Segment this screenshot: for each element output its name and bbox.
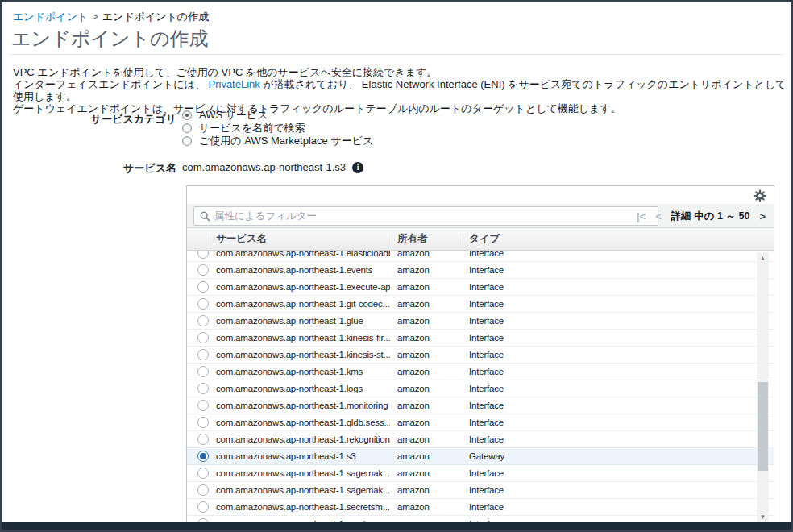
row-radio[interactable] [197, 366, 209, 377]
table-row[interactable]: com.amazonaws.ap-northeast-1.sagemak...a… [187, 465, 774, 482]
row-service-name: com.amazonaws.ap-northeast-1.logs [216, 380, 390, 397]
row-type: Interface [469, 262, 504, 278]
breadcrumb: エンドポイント>エンドポイントの作成 [13, 10, 209, 24]
table-row[interactable]: com.amazonaws.ap-northeast-1.eventsamazo… [187, 262, 774, 279]
row-owner: amazon [397, 448, 430, 464]
row-radio[interactable] [197, 251, 209, 259]
table-header: サービス名 所有者 タイプ [187, 228, 774, 251]
table-row[interactable]: com.amazonaws.ap-northeast-1.kinesis-st.… [187, 347, 774, 364]
table-row[interactable]: com.amazonaws.ap-northeast-1.rekognition… [187, 431, 774, 448]
row-owner: amazon [397, 431, 430, 447]
breadcrumb-endpoints-link[interactable]: エンドポイント [13, 10, 88, 23]
row-service-name: com.amazonaws.ap-northeast-1.sagemak... [216, 465, 390, 481]
radio-button[interactable] [182, 110, 192, 120]
row-radio[interactable] [197, 434, 209, 445]
row-owner: amazon [397, 380, 430, 397]
table-row[interactable]: com.amazonaws.ap-northeast-1.kmsamazonIn… [187, 364, 774, 380]
table-row[interactable]: com.amazonaws.ap-northeast-1.git-codec..… [187, 296, 774, 313]
row-service-name: com.amazonaws.ap-northeast-1.execute-api [216, 279, 390, 295]
table-row[interactable]: com.amazonaws.ap-northeast-1.monitoringa… [187, 397, 774, 414]
row-type: Interface [469, 465, 504, 481]
category-option[interactable]: AWS サービス [182, 109, 373, 122]
column-header-type[interactable]: タイプ [469, 228, 500, 250]
row-type: Interface [469, 414, 504, 430]
row-service-name: com.amazonaws.ap-northeast-1.kms [216, 364, 390, 380]
row-service-name: com.amazonaws.ap-northeast-1.elasticload… [216, 251, 390, 261]
service-category-label: サービスカテゴリ [2, 112, 176, 127]
row-owner: amazon [397, 279, 430, 295]
column-divider [463, 233, 463, 245]
row-type: Interface [469, 279, 504, 295]
next-page-button[interactable]: > [759, 211, 766, 222]
scrollbar-thumb[interactable] [758, 382, 768, 471]
row-radio[interactable] [197, 400, 209, 411]
window-bottom-bar [2, 522, 791, 530]
service-name-value: com.amazonaws.ap-northeast-1.s3 [182, 161, 346, 173]
table-row[interactable]: com.amazonaws.ap-northeast-1.logsamazonI… [187, 380, 774, 397]
row-radio[interactable] [197, 349, 209, 360]
row-radio[interactable] [197, 451, 209, 462]
privatelink-link[interactable]: PrivateLink [209, 78, 260, 90]
filter-input[interactable] [214, 208, 658, 224]
column-header-owner[interactable]: 所有者 [397, 228, 428, 250]
row-owner: amazon [397, 347, 430, 363]
row-radio[interactable] [197, 315, 209, 326]
row-owner: amazon [397, 296, 430, 312]
row-radio[interactable] [197, 468, 209, 479]
row-service-name: com.amazonaws.ap-northeast-1.s3 [216, 448, 390, 464]
row-type: Interface [469, 347, 504, 363]
prev-page-button[interactable]: < [655, 211, 662, 222]
table-row[interactable]: com.amazonaws.ap-northeast-1.qldb.sess..… [187, 414, 774, 431]
table-row[interactable]: com.amazonaws.ap-northeast-1.execute-api… [187, 279, 774, 296]
vertical-scrollbar[interactable]: ▲ ▼ [757, 252, 769, 524]
table-row[interactable]: com.amazonaws.ap-northeast-1.secretsm...… [187, 499, 774, 516]
scroll-down-icon[interactable]: ▼ [757, 512, 769, 523]
row-service-name: com.amazonaws.ap-northeast-1.kinesis-fir… [216, 330, 390, 346]
column-divider [392, 233, 392, 245]
info-icon[interactable]: i [352, 162, 363, 173]
row-service-name: com.amazonaws.ap-northeast-1.rekognition [216, 431, 390, 447]
table-row[interactable]: com.amazonaws.ap-northeast-1.s3amazonGat… [187, 448, 774, 465]
row-type: Gateway [469, 448, 504, 464]
row-radio[interactable] [197, 484, 209, 496]
row-radio[interactable] [197, 281, 209, 293]
intro-line-2: インターフェイスエンドポイントには、 PrivateLink が搭載されており、… [13, 78, 791, 102]
table-row[interactable]: com.amazonaws.ap-northeast-1.elasticload… [187, 251, 774, 262]
row-radio[interactable] [197, 298, 209, 310]
row-owner: amazon [397, 482, 430, 498]
intro-line-1: VPC エンドポイントを使用して、ご使用の VPC を他のサービスへ安全に接続で… [13, 66, 791, 78]
radio-button[interactable] [182, 136, 192, 146]
table-toolbar [187, 186, 774, 204]
service-name-row: com.amazonaws.ap-northeast-1.s3 i [182, 161, 363, 173]
row-radio[interactable] [197, 501, 209, 513]
table-row[interactable]: com.amazonaws.ap-northeast-1.kinesis-fir… [187, 330, 774, 347]
table-row[interactable]: com.amazonaws.ap-northeast-1.glueamazonI… [187, 313, 774, 330]
page-title: エンドポイントの作成 [11, 26, 209, 52]
intro-text: VPC エンドポイントを使用して、ご使用の VPC を他のサービスへ安全に接続で… [13, 66, 791, 114]
service-table-panel: |< < 詳細 中の 1 ～ 50 > サービス名 所有者 タイプ com.am… [186, 185, 774, 526]
row-owner: amazon [397, 499, 430, 515]
table-row[interactable]: com.amazonaws.ap-northeast-1.sagemak...a… [187, 482, 774, 499]
category-option[interactable]: ご使用の AWS Marketplace サービス [182, 135, 373, 148]
column-header-service-name[interactable]: サービス名 [216, 228, 267, 250]
table-filter-bar: |< < 詳細 中の 1 ～ 50 > [187, 204, 774, 228]
row-type: Interface [469, 330, 504, 346]
row-type: Interface [469, 482, 504, 498]
row-radio[interactable] [197, 264, 209, 276]
service-name-label: サービス名 [2, 161, 176, 176]
row-service-name: com.amazonaws.ap-northeast-1.events [216, 262, 390, 278]
intro-line-2-before: インターフェイスエンドポイントには、 [13, 78, 209, 90]
category-option-label: ご使用の AWS Marketplace サービス [199, 134, 373, 148]
row-radio[interactable] [197, 417, 209, 428]
first-page-button[interactable]: |< [637, 211, 646, 222]
row-owner: amazon [397, 465, 430, 481]
category-option[interactable]: サービスを名前で検索 [182, 122, 373, 135]
radio-button[interactable] [182, 123, 192, 133]
gear-icon[interactable] [754, 189, 766, 202]
row-type: Interface [469, 499, 504, 515]
scroll-up-icon[interactable]: ▲ [757, 253, 769, 264]
row-radio[interactable] [197, 383, 209, 394]
row-type: Interface [469, 296, 504, 312]
filter-box[interactable] [193, 206, 658, 226]
row-radio[interactable] [197, 332, 209, 343]
